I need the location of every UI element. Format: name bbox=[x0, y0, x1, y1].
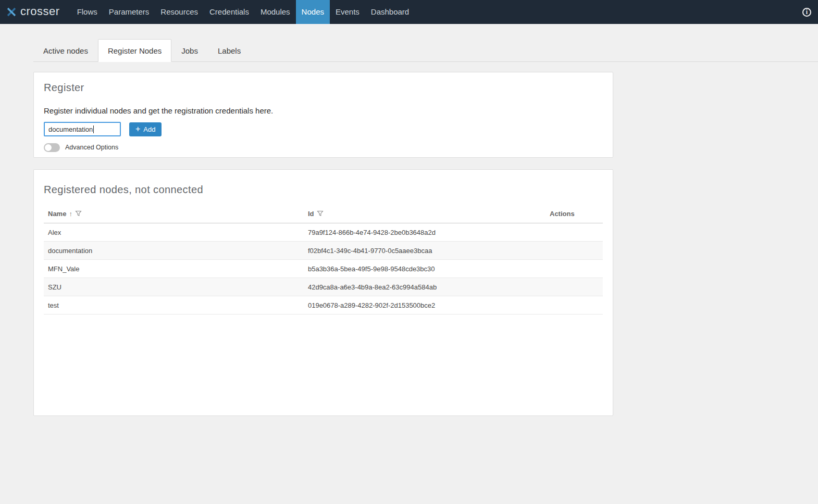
sort-asc-icon: ↑ bbox=[69, 210, 72, 218]
plus-icon: + bbox=[135, 125, 140, 133]
advanced-options-row: Advanced Options bbox=[44, 143, 603, 152]
cell-name: test bbox=[44, 296, 304, 314]
advanced-options-toggle[interactable] bbox=[44, 143, 60, 152]
filter-icon[interactable] bbox=[317, 210, 324, 217]
cell-id: 019e0678-a289-4282-902f-2d153500bce2 bbox=[304, 296, 546, 314]
cell-id: 42d9ca8a-a6e3-4b9a-8ea2-63c994a584ab bbox=[304, 278, 546, 296]
nav-item-credentials[interactable]: Credentials bbox=[204, 0, 255, 24]
add-button-label: Add bbox=[143, 125, 155, 133]
cell-actions bbox=[546, 260, 603, 278]
page-content: Active nodesRegister NodesJobsLabels Reg… bbox=[0, 24, 818, 416]
navbar-right: i bbox=[802, 0, 818, 24]
table-row: test019e0678-a289-4282-902f-2d153500bce2 bbox=[44, 296, 603, 314]
cell-id: b5a3b36a-5bea-49f5-9e98-9548cde3bc30 bbox=[304, 260, 546, 278]
tab-jobs[interactable]: Jobs bbox=[171, 39, 208, 62]
column-header-actions-label: Actions bbox=[550, 210, 575, 218]
tab-register-nodes[interactable]: Register Nodes bbox=[98, 39, 171, 62]
tab-labels[interactable]: Labels bbox=[208, 39, 251, 62]
table-row: Alex79a9f124-866b-4e74-9428-2be0b3648a2d bbox=[44, 223, 603, 242]
nav-item-dashboard[interactable]: Dashboard bbox=[365, 0, 415, 24]
cell-actions bbox=[546, 242, 603, 260]
advanced-options-label: Advanced Options bbox=[65, 144, 118, 151]
nav-item-nodes[interactable]: Nodes bbox=[296, 0, 330, 24]
registered-nodes-table: Name↑ Id Actions Alex79a9f124-866b-4e74-… bbox=[44, 207, 603, 314]
registered-nodes-card: Registered nodes, not connected Name↑ Id… bbox=[33, 169, 613, 416]
table-row: MFN_Valeb5a3b36a-5bea-49f5-9e98-9548cde3… bbox=[44, 260, 603, 278]
table-row: SZU42d9ca8a-a6e3-4b9a-8ea2-63c994a584ab bbox=[44, 278, 603, 296]
text-caret bbox=[93, 125, 94, 133]
column-header-actions: Actions bbox=[546, 207, 603, 223]
node-name-input[interactable]: documentation bbox=[44, 122, 121, 136]
table-row: documentationf02bf4c1-349c-4b41-9770-0c5… bbox=[44, 242, 603, 260]
filter-icon[interactable] bbox=[75, 210, 82, 217]
cell-actions bbox=[546, 278, 603, 296]
top-navbar: crosser FlowsParametersResourcesCredenti… bbox=[0, 0, 818, 24]
node-name-input-value: documentation bbox=[48, 125, 93, 133]
toggle-knob bbox=[45, 144, 52, 151]
register-input-row: documentation + Add bbox=[44, 122, 603, 136]
cell-name: documentation bbox=[44, 242, 304, 260]
cell-actions bbox=[546, 296, 603, 314]
cell-actions bbox=[546, 223, 603, 242]
crosser-x-icon bbox=[6, 7, 17, 17]
brand-text: crosser bbox=[20, 6, 60, 18]
table-header-row: Name↑ Id Actions bbox=[44, 207, 603, 223]
nav-item-modules[interactable]: Modules bbox=[255, 0, 296, 24]
column-header-id-label: Id bbox=[308, 210, 314, 218]
nav-item-resources[interactable]: Resources bbox=[155, 0, 204, 24]
main-nav: FlowsParametersResourcesCredentialsModul… bbox=[71, 0, 415, 24]
nodes-tabstrip: Active nodesRegister NodesJobsLabels bbox=[33, 39, 818, 62]
nav-item-parameters[interactable]: Parameters bbox=[103, 0, 155, 24]
nav-item-events[interactable]: Events bbox=[330, 0, 365, 24]
column-header-id[interactable]: Id bbox=[304, 207, 546, 223]
add-button[interactable]: + Add bbox=[129, 122, 162, 136]
tab-active-nodes[interactable]: Active nodes bbox=[33, 39, 98, 62]
cell-name: SZU bbox=[44, 278, 304, 296]
cell-name: Alex bbox=[44, 223, 304, 242]
register-description: Register individual nodes and get the re… bbox=[44, 106, 603, 115]
column-header-name-label: Name bbox=[48, 210, 66, 218]
nav-item-flows[interactable]: Flows bbox=[71, 0, 103, 24]
cell-name: MFN_Vale bbox=[44, 260, 304, 278]
brand-logo[interactable]: crosser bbox=[0, 0, 66, 24]
info-icon[interactable]: i bbox=[802, 8, 811, 17]
register-title: Register bbox=[44, 82, 603, 94]
registered-nodes-title: Registered nodes, not connected bbox=[44, 184, 603, 196]
column-header-name[interactable]: Name↑ bbox=[44, 207, 304, 223]
cell-id: 79a9f124-866b-4e74-9428-2be0b3648a2d bbox=[304, 223, 546, 242]
register-card: Register Register individual nodes and g… bbox=[33, 72, 613, 158]
cell-id: f02bf4c1-349c-4b41-9770-0c5aaee3bcaa bbox=[304, 242, 546, 260]
